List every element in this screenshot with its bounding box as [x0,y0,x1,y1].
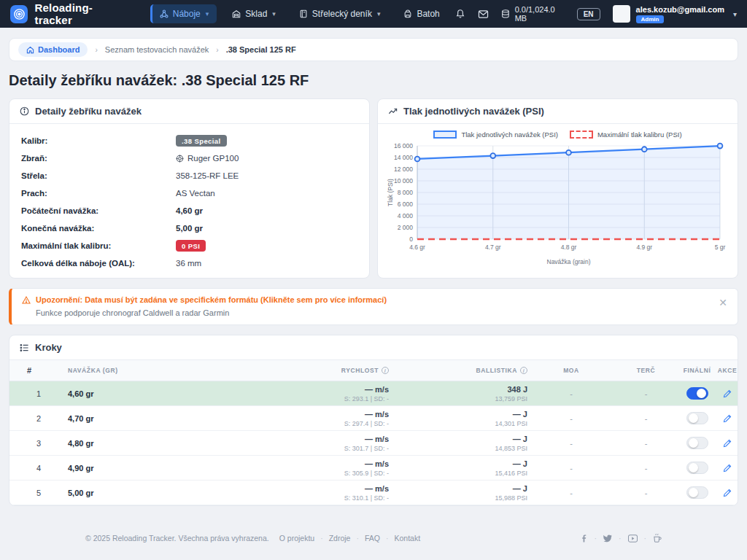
speed-cell: — m/s S: 305.9 | SD: - [192,459,389,477]
speed-cell: — m/s S: 293.1 | SD: - [192,385,389,402]
info-icon[interactable]: i [520,367,527,374]
detail-prach: Prach: AS Vectan [21,184,357,202]
row-number: 3 [9,439,68,448]
charge-value: 4,90 gr [68,464,192,472]
breadcrumb-current: .38 Special 125 RF [226,45,296,54]
list-icon [20,343,29,352]
svg-text:4.9 gr: 4.9 gr [636,244,652,251]
legend-swatch-pressure [433,131,457,139]
row-number: 2 [9,414,68,423]
database-icon [501,9,510,19]
youtube-icon[interactable] [628,534,638,542]
svg-text:8 000: 8 000 [398,189,414,196]
nav-item-sklad[interactable]: Sklad ▾ [224,4,284,23]
format-warning-banner: Upozornění: Data musí být zadána ve spec… [9,288,738,325]
footer-link-kontakt[interactable]: Kontakt [394,534,420,542]
footer-link-faq[interactable]: FAQ [365,534,380,542]
final-toggle[interactable] [686,486,708,499]
row-number: 4 [9,464,68,472]
svg-text:Tlak (PSI): Tlak (PSI) [387,179,394,206]
nav-item-batoh[interactable]: Batoh [395,4,447,23]
charge-value: 5,00 gr [68,489,192,497]
charge-value: 4,80 gr [68,439,192,448]
close-icon[interactable]: ✕ [719,298,727,308]
chart-trend-icon [388,106,398,116]
ballistics-cell: 348 J 13,759 PSI [389,385,527,402]
breadcrumb: Dashboard › Seznam testovacich navážek ›… [9,38,738,61]
footer-link-o-projektu[interactable]: O projektu [279,534,314,542]
moa-value: - [527,414,615,423]
charge-value: 4,60 gr [68,389,192,398]
ballistics-cell: — J 14,853 PSI [389,435,527,452]
final-toggle[interactable] [686,437,708,449]
firearm-target-icon [176,155,184,163]
nav-item-naboje[interactable]: Náboje ▾ [150,4,217,23]
svg-text:4.6 gr: 4.6 gr [409,244,425,251]
detail-strela: Střela: 358-125-RF LEE [21,167,357,184]
svg-text:12 000: 12 000 [394,166,413,173]
edit-pencil-icon[interactable] [723,389,732,398]
final-toggle[interactable] [686,462,708,474]
journal-icon [299,9,308,18]
target-value: - [615,439,677,448]
breadcrumb-dashboard[interactable]: Dashboard [18,42,88,57]
col-header-ballistics: BALLISTIKA [476,367,517,374]
col-header-action: AKCE [717,361,738,380]
table-row: 5 5,00 gr — m/s S: 310.1 | SD: - — J 15,… [9,481,738,505]
storage-value: 0.0/1,024.0 MB [515,5,565,23]
svg-text:14 000: 14 000 [394,154,413,161]
detail-oal: Celková délka náboje (OAL): 36 mm [21,254,357,272]
table-row: 3 4,80 gr — m/s S: 301.7 | SD: - — J 14,… [9,431,738,456]
chevron-down-icon: ▾ [272,10,276,18]
svg-text:Navážka (grain): Navážka (grain) [547,258,591,265]
notifications-bell-icon[interactable] [455,9,465,19]
messages-envelope-icon[interactable] [478,9,489,19]
warning-title-link[interactable]: Upozornění: Data musí být zadána ve spec… [22,295,727,304]
svg-text:0: 0 [409,236,413,243]
edit-pencil-icon[interactable] [723,439,732,448]
info-icon[interactable]: i [382,367,389,374]
details-card-title: Detaily žebříku navážek [35,106,142,117]
user-email: ales.kozub@gmail.com [636,5,724,14]
nav-label: Střelecký deník [312,9,372,19]
role-badge: Admin [636,15,665,23]
caliber-badge: .38 Special [176,135,227,147]
svg-text:4.8 gr: 4.8 gr [561,244,577,251]
final-toggle[interactable] [686,412,708,424]
moa-value: - [527,389,615,398]
user-menu[interactable]: ales.kozub@gmail.com Admin ▾ [613,5,737,23]
edit-pencil-icon[interactable] [723,464,732,472]
breadcrumb-separator: › [216,46,218,54]
speed-cell: — m/s S: 310.1 | SD: - [192,484,389,502]
table-header-row: # NAVÁŽKA (GR) RYCHLOSTi BALLISTIKAi MOA… [9,360,738,381]
detail-konecna-navazka: Konečná navážka: 5,00 gr [21,219,357,237]
breadcrumb-list-link[interactable]: Seznam testovacich navážek [105,45,209,54]
detail-pocatecni-navazka: Počáteční navážka: 4,60 gr [21,202,357,219]
svg-text:4.7 gr: 4.7 gr [485,244,501,251]
edit-pencil-icon[interactable] [723,489,732,497]
target-value: - [615,389,677,398]
svg-text:10 000: 10 000 [394,177,413,184]
breadcrumb-separator: › [95,46,97,54]
edit-pencil-icon[interactable] [723,414,732,423]
nav-item-strelecky-denik[interactable]: Střelecký deník ▾ [291,4,389,23]
facebook-icon[interactable] [580,534,588,542]
coffee-icon[interactable] [653,534,662,542]
detail-zbran: Zbraň: Ruger GP100 [21,149,357,167]
top-navbar: Reloading-tracker Náboje ▾ Sklad ▾ Střel… [0,0,747,28]
nav-label: Náboje [173,9,201,19]
twitter-icon[interactable] [603,534,612,542]
target-value: - [615,414,677,423]
footer: © 2025 Reloading Tracker. Všechna práva … [85,534,662,542]
col-header-final: FINÁLNÍ [677,361,717,380]
detail-kalibr: Kalibr: .38 Special [21,132,357,149]
page-title: Detaily žebříku navážek: .38 Special 125… [9,72,738,89]
brand[interactable]: Reloading-tracker [10,1,128,26]
svg-text:4 000: 4 000 [398,212,414,219]
final-toggle[interactable] [686,387,708,400]
footer-link-zdroje[interactable]: Zdroje [329,534,351,542]
language-selector[interactable]: EN [577,8,600,20]
svg-text:2 000: 2 000 [398,224,414,231]
warehouse-icon [232,9,241,18]
nav-label: Sklad [245,9,267,19]
